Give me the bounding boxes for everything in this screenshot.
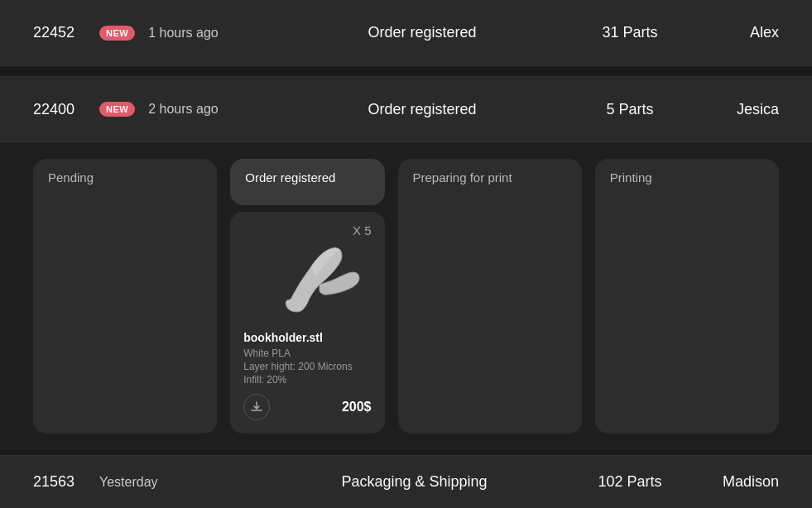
order-user-bottom: Madison (696, 473, 779, 491)
part-image (243, 225, 371, 324)
stage-order-registered-container: Order registered X 5 (230, 159, 384, 434)
stage-pending[interactable]: Pending (33, 159, 217, 434)
stage-order-registered[interactable]: Order registered (230, 159, 384, 205)
badge-new-2: NEW (99, 102, 135, 117)
part-footer: 200$ (243, 394, 371, 420)
order-row-1[interactable]: 22452 NEW 1 hours ago Order registered 3… (0, 0, 812, 66)
order-user-1: Alex (696, 24, 779, 41)
order-parts-2: 5 Parts (564, 101, 696, 118)
part-name: bookholder.stl (243, 331, 371, 344)
stage-preparing[interactable]: Preparing for print (398, 159, 582, 434)
part-card: X 5 bookholder.stl (230, 212, 384, 434)
part-material: White PLA (243, 347, 371, 359)
order-time-2: 2 hours ago (148, 102, 281, 117)
order-time-1: 1 hours ago (148, 26, 281, 41)
order-id-bottom: 21563 (33, 473, 99, 491)
part-svg (249, 229, 365, 320)
order-row-2[interactable]: 22400 NEW 2 hours ago Order registered 5… (0, 76, 812, 142)
order-parts-1: 31 Parts (564, 24, 696, 41)
part-price: 200$ (342, 400, 372, 415)
part-qty: X 5 (353, 223, 372, 237)
order-id-1: 22452 (33, 24, 99, 41)
order-status-bottom: Packaging & Shipping (265, 473, 564, 491)
stage-printing[interactable]: Printing (595, 159, 779, 434)
separator-1 (0, 66, 812, 76)
part-layer: Layer hight: 200 Microns (243, 361, 371, 372)
order-row-bottom[interactable]: 21563 Yesterday Packaging & Shipping 102… (0, 455, 812, 508)
download-icon (250, 400, 263, 414)
pipeline-row: Pending Order registered X 5 (0, 142, 812, 450)
order-status-1: Order registered (281, 24, 564, 41)
order-time-bottom: Yesterday (99, 475, 265, 490)
order-id-2: 22400 (33, 101, 99, 118)
order-user-2: Jesica (696, 101, 779, 118)
order-parts-bottom: 102 Parts (564, 473, 696, 491)
download-button[interactable] (243, 394, 270, 420)
badge-new-1: NEW (99, 26, 135, 41)
order-status-2: Order registered (281, 101, 564, 118)
order-expanded-section: 22400 NEW 2 hours ago Order registered 5… (0, 76, 812, 450)
part-infill: Infill: 20% (243, 374, 371, 386)
